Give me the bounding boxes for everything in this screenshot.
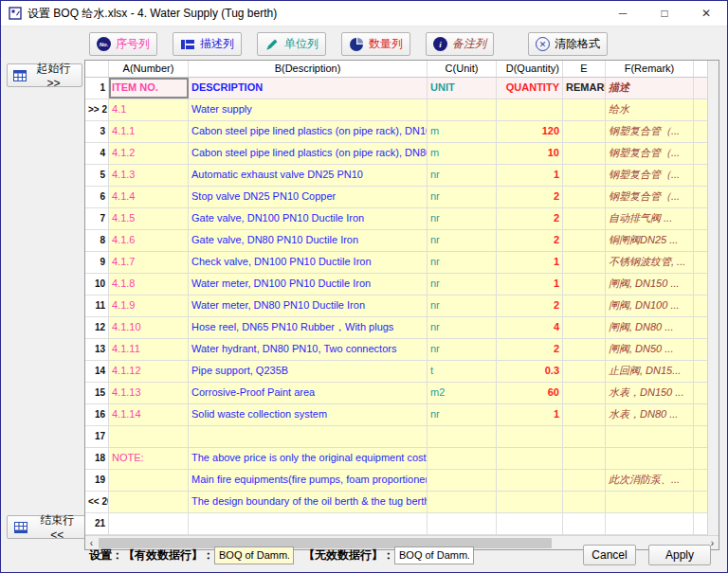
cell-d[interactable]: 10 xyxy=(497,143,563,164)
cell-extra[interactable] xyxy=(694,426,707,447)
cell-d[interactable]: 2 xyxy=(497,208,563,229)
cell-a[interactable]: 4.1.9 xyxy=(109,295,189,316)
cell-extra[interactable] xyxy=(694,274,707,295)
cell-b[interactable] xyxy=(189,426,428,447)
cell-a[interactable]: 4.1.1 xyxy=(109,121,189,142)
cell-c[interactable]: nr xyxy=(428,339,497,360)
cell-extra[interactable] xyxy=(694,78,707,98)
minimize-button[interactable]: ─ xyxy=(602,1,644,26)
maximize-button[interactable]: □ xyxy=(644,1,685,26)
cell-extra[interactable] xyxy=(694,448,707,469)
cell-a[interactable]: 4.1.11 xyxy=(109,339,189,360)
cell-f[interactable]: 水表，DN80 ... xyxy=(606,404,694,425)
cell-d[interactable]: 2 xyxy=(497,295,563,316)
cell-extra[interactable] xyxy=(694,165,707,186)
cell-d[interactable] xyxy=(497,492,563,512)
start-row-button[interactable]: 起始行 >> xyxy=(7,63,82,87)
cell-c[interactable]: nr xyxy=(428,274,497,295)
row-number[interactable]: 14 xyxy=(85,361,109,382)
cell-d[interactable]: 2 xyxy=(497,339,563,360)
cell-c[interactable] xyxy=(428,99,497,120)
cell-e[interactable] xyxy=(563,470,606,491)
row-number[interactable]: 8 xyxy=(85,230,109,251)
cell-e[interactable] xyxy=(563,274,606,295)
cell-b[interactable]: Solid waste collection system xyxy=(189,404,428,425)
cell-extra[interactable] xyxy=(694,361,707,382)
row-number[interactable]: 21 xyxy=(85,513,109,534)
cell-extra[interactable] xyxy=(694,99,707,120)
cell-f[interactable]: 止回阀, DN15... xyxy=(606,361,694,382)
cell-a[interactable]: 4.1.3 xyxy=(109,165,189,186)
cell-e[interactable]: REMARK xyxy=(563,78,606,98)
cell-d[interactable] xyxy=(497,448,563,469)
cell-b[interactable]: Hose reel, DN65 PN10 Rubber，With plugs xyxy=(189,317,428,338)
cell-c[interactable]: m xyxy=(428,121,497,142)
cell-e[interactable] xyxy=(563,339,606,360)
row-number[interactable]: 17 xyxy=(85,426,109,447)
cell-b[interactable]: Water meter, DN100 PN10 Ductile Iron xyxy=(189,274,428,295)
cell-extra[interactable] xyxy=(694,295,707,316)
cell-c[interactable]: nr xyxy=(428,187,497,207)
number-column-button[interactable]: No. 序号列 xyxy=(89,32,157,56)
cell-d[interactable] xyxy=(497,99,563,120)
row-number[interactable]: 6 xyxy=(85,187,109,207)
cell-extra[interactable] xyxy=(694,383,707,403)
cell-f[interactable] xyxy=(606,513,694,534)
row-number[interactable]: 16 xyxy=(85,404,109,425)
cell-e[interactable] xyxy=(563,383,606,403)
remark-column-button[interactable]: i 备注列 xyxy=(426,32,494,56)
cell-d[interactable]: 120 xyxy=(497,121,563,142)
row-number[interactable]: << 20 xyxy=(85,492,109,512)
cell-a[interactable] xyxy=(109,426,189,447)
cell-extra[interactable] xyxy=(694,404,707,425)
cell-e[interactable] xyxy=(563,426,606,447)
apply-button[interactable]: Apply xyxy=(648,545,711,565)
cell-c[interactable]: t xyxy=(428,361,497,382)
cell-b[interactable]: Corrosive-Proof Paint area xyxy=(189,383,428,403)
cell-f[interactable]: 自动排气阀 ... xyxy=(606,208,694,229)
row-number[interactable]: 9 xyxy=(85,252,109,273)
cell-c[interactable]: nr xyxy=(428,252,497,273)
cell-a[interactable]: 4.1.8 xyxy=(109,274,189,295)
cell-f[interactable]: 水表，DN150 ... xyxy=(606,383,694,403)
row-number[interactable]: 1 xyxy=(85,78,109,98)
cell-c[interactable] xyxy=(428,513,497,534)
cell-f[interactable]: 闸阀, DN100 ... xyxy=(606,295,694,316)
cell-f[interactable]: 给水 xyxy=(606,99,694,120)
cell-e[interactable] xyxy=(563,143,606,164)
cell-f[interactable] xyxy=(606,492,694,512)
description-column-button[interactable]: 描述列 xyxy=(173,32,242,56)
cell-c[interactable] xyxy=(428,492,497,512)
cell-f[interactable] xyxy=(606,448,694,469)
cell-c[interactable]: m2 xyxy=(428,383,497,403)
cell-extra[interactable] xyxy=(694,121,707,142)
cell-a[interactable]: 4.1 xyxy=(109,99,189,120)
cell-extra[interactable] xyxy=(694,252,707,273)
cell-f[interactable]: 此次消防泵、... xyxy=(606,470,694,491)
cell-extra[interactable] xyxy=(694,339,707,360)
cell-extra[interactable] xyxy=(694,470,707,491)
close-button[interactable]: ✕ xyxy=(685,1,727,26)
cell-f[interactable]: 闸阀, DN80 ... xyxy=(606,317,694,338)
cell-extra[interactable] xyxy=(694,317,707,338)
cell-b[interactable]: Check valve, DN100 PN10 Ductile Iron xyxy=(189,252,428,273)
cell-a[interactable]: 4.1.7 xyxy=(109,252,189,273)
vertical-scrollbar[interactable] xyxy=(707,61,719,536)
cell-f[interactable]: 铜闸阀DN25 ... xyxy=(606,230,694,251)
cell-e[interactable] xyxy=(563,230,606,251)
cell-e[interactable] xyxy=(563,187,606,207)
cancel-button[interactable]: Cancel xyxy=(583,545,636,565)
unit-column-button[interactable]: 单位列 xyxy=(257,32,326,56)
cell-c[interactable]: nr xyxy=(428,165,497,186)
cell-c[interactable]: m xyxy=(428,143,497,164)
cell-a[interactable]: 4.1.10 xyxy=(109,317,189,338)
cell-d[interactable]: 4 xyxy=(497,317,563,338)
cell-f[interactable]: 钢塑复合管（... xyxy=(606,165,694,186)
cell-e[interactable] xyxy=(563,208,606,229)
cell-a[interactable] xyxy=(109,470,189,491)
cell-a[interactable] xyxy=(109,513,189,534)
cell-d[interactable] xyxy=(497,426,563,447)
cell-extra[interactable] xyxy=(694,513,707,534)
cell-d[interactable]: 2 xyxy=(497,187,563,207)
cell-b[interactable]: Water supply xyxy=(189,99,428,120)
